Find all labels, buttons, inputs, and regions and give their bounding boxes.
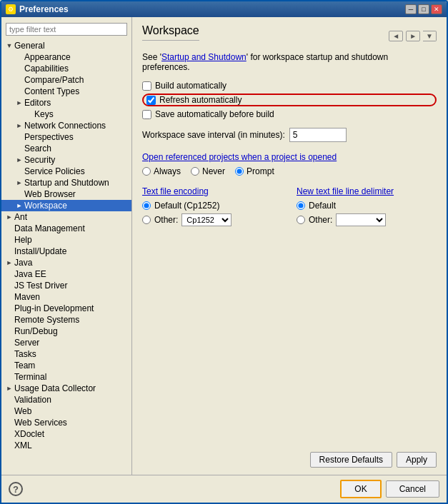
tree-item-content-types[interactable]: Content Types xyxy=(1,86,131,97)
expand-icon-network-connections: ► xyxy=(14,121,24,131)
tree-item-run-debug[interactable]: Run/Debug xyxy=(1,326,131,337)
tree-item-label-java: Java xyxy=(14,258,32,268)
encoding-other-radio[interactable] xyxy=(142,216,151,224)
tree-item-network-connections[interactable]: ►Network Connections xyxy=(1,120,131,131)
tree-item-tasks[interactable]: Tasks xyxy=(1,348,131,360)
filter-input[interactable] xyxy=(6,23,127,36)
tree-item-capabilities[interactable]: Capabilities xyxy=(1,63,131,74)
encoding-default-radio[interactable] xyxy=(142,201,151,210)
help-button[interactable]: ? xyxy=(9,482,23,496)
cancel-button[interactable]: Cancel xyxy=(386,480,439,498)
line-delimiter-group: New text file line delimiter Default Oth… xyxy=(297,186,437,229)
tree-item-web[interactable]: Web xyxy=(1,405,131,417)
tree-item-js-test-driver[interactable]: JS Test Driver xyxy=(1,280,131,291)
tree-item-java-ee[interactable]: Java EE xyxy=(1,268,131,280)
tree-item-data-management[interactable]: Data Management xyxy=(1,223,131,234)
tree-item-help[interactable]: Help xyxy=(1,234,131,246)
tree-item-team[interactable]: Team xyxy=(1,360,131,371)
delimiter-default-radio[interactable] xyxy=(297,201,305,210)
startup-shutdown-link[interactable]: Startup and Shutdown xyxy=(161,52,247,62)
restore-defaults-button[interactable]: Restore Defaults xyxy=(310,452,392,468)
tree-item-maven[interactable]: Maven xyxy=(1,291,131,303)
tree-item-label-appearance: Appearance xyxy=(24,52,71,62)
tree-item-terminal[interactable]: Terminal xyxy=(1,371,131,383)
expand-icon-capabilities xyxy=(14,64,24,74)
encoding-other-row: Other: Cp1252 UTF-8 ISO-8859-1 xyxy=(142,213,282,226)
encoding-default-label: Default (Cp1252) xyxy=(154,201,219,211)
left-panel: ▼GeneralAppearanceCapabilitiesCompare/Pa… xyxy=(1,17,132,475)
tree-item-editors[interactable]: ►Editors xyxy=(1,97,131,109)
line-delimiter-title[interactable]: New text file line delimiter xyxy=(297,186,437,196)
forward-button[interactable]: ► xyxy=(406,31,420,41)
tree-item-validation[interactable]: Validation xyxy=(1,394,131,405)
tree-item-security[interactable]: ►Security xyxy=(1,154,131,166)
tree-item-label-editors: Editors xyxy=(24,98,51,108)
expand-icon-content-types xyxy=(14,86,24,96)
nav-dropdown-button[interactable]: ▼ xyxy=(423,31,437,41)
panel-title: Workspace xyxy=(142,24,199,41)
expand-icon-general: ▼ xyxy=(4,41,14,51)
text-encoding-title[interactable]: Text file encoding xyxy=(142,186,282,196)
tree-item-label-search: Search xyxy=(24,143,51,153)
tree-item-keys[interactable]: Keys xyxy=(1,109,131,120)
tree-item-plugin-dev[interactable]: Plug-in Development xyxy=(1,303,131,314)
save-auto-checkbox[interactable] xyxy=(142,110,151,119)
tree-item-startup-shutdown[interactable]: ►Startup and Shutdown xyxy=(1,177,131,188)
expand-icon-web xyxy=(4,406,14,416)
encoding-area: Text file encoding Default (Cp1252) Othe… xyxy=(142,186,437,229)
tree-item-label-server: Server xyxy=(14,338,39,348)
build-auto-row: Build automatically xyxy=(142,81,437,91)
maximize-button[interactable]: □ xyxy=(418,4,429,14)
tree-item-web-services[interactable]: Web Services xyxy=(1,417,131,428)
expand-icon-web-browser xyxy=(14,189,24,199)
always-radio[interactable] xyxy=(142,167,151,176)
tree-item-search[interactable]: Search xyxy=(1,143,131,154)
tree-item-label-plugin-dev: Plug-in Development xyxy=(14,303,94,313)
expand-icon-validation xyxy=(4,395,14,405)
build-auto-checkbox[interactable] xyxy=(142,81,151,91)
close-button[interactable]: ✕ xyxy=(431,4,442,14)
tree-item-appearance[interactable]: Appearance xyxy=(1,51,131,63)
tree-item-workspace[interactable]: ►Workspace xyxy=(1,200,131,211)
always-radio-item: Always xyxy=(142,166,181,176)
tree-item-install-update[interactable]: Install/Update xyxy=(1,246,131,257)
minimize-button[interactable]: ─ xyxy=(405,4,417,14)
tree-item-xml[interactable]: XML xyxy=(1,440,131,451)
ok-button[interactable]: OK xyxy=(340,480,381,498)
delimiter-other-label: Other: xyxy=(309,215,332,225)
expand-icon-ant: ► xyxy=(4,212,14,222)
expand-icon-perspectives xyxy=(14,132,24,142)
refresh-auto-checkbox[interactable] xyxy=(146,96,156,105)
tree-item-service-policies[interactable]: Service Policies xyxy=(1,166,131,177)
expand-icon-startup-shutdown: ► xyxy=(14,178,24,188)
tree-item-web-browser[interactable]: Web Browser xyxy=(1,188,131,200)
tree-item-usage-data-collector[interactable]: ►Usage Data Collector xyxy=(1,383,131,394)
tree-item-label-run-debug: Run/Debug xyxy=(14,326,58,336)
interval-row: Workspace save interval (in minutes): xyxy=(142,128,437,142)
tree-item-ant[interactable]: ►Ant xyxy=(1,211,131,223)
tree-item-xdoclet[interactable]: XDoclet xyxy=(1,428,131,440)
open-projects-link[interactable]: Open referenced projects when a project … xyxy=(142,152,437,162)
apply-button[interactable]: Apply xyxy=(397,452,437,468)
save-auto-row: Save automatically before build xyxy=(142,109,437,119)
tree-item-general[interactable]: ▼General xyxy=(1,40,131,51)
text-encoding-group: Text file encoding Default (Cp1252) Othe… xyxy=(142,186,282,229)
tree-item-perspectives[interactable]: Perspectives xyxy=(1,131,131,143)
back-button[interactable]: ◄ xyxy=(389,31,403,41)
tree-item-label-perspectives: Perspectives xyxy=(24,132,74,142)
tree-item-server[interactable]: Server xyxy=(1,337,131,348)
interval-input[interactable] xyxy=(289,128,347,142)
prompt-radio[interactable] xyxy=(235,167,244,176)
delimiter-other-radio[interactable] xyxy=(297,216,305,224)
expand-icon-data-management xyxy=(4,223,14,233)
expand-icon-keys xyxy=(24,109,34,119)
delimiter-other-select[interactable]: Windows Unix Mac xyxy=(336,213,386,226)
tree-item-label-service-policies: Service Policies xyxy=(24,166,85,176)
tree-item-java[interactable]: ►Java xyxy=(1,257,131,268)
tree-item-remote-systems[interactable]: Remote Systems xyxy=(1,314,131,326)
encoding-other-select[interactable]: Cp1252 UTF-8 ISO-8859-1 xyxy=(181,213,232,226)
tree-item-compare-patch[interactable]: Compare/Patch xyxy=(1,74,131,86)
refresh-auto-label: Refresh automatically xyxy=(159,95,242,105)
expand-icon-plugin-dev xyxy=(4,303,14,313)
never-radio[interactable] xyxy=(191,167,199,176)
